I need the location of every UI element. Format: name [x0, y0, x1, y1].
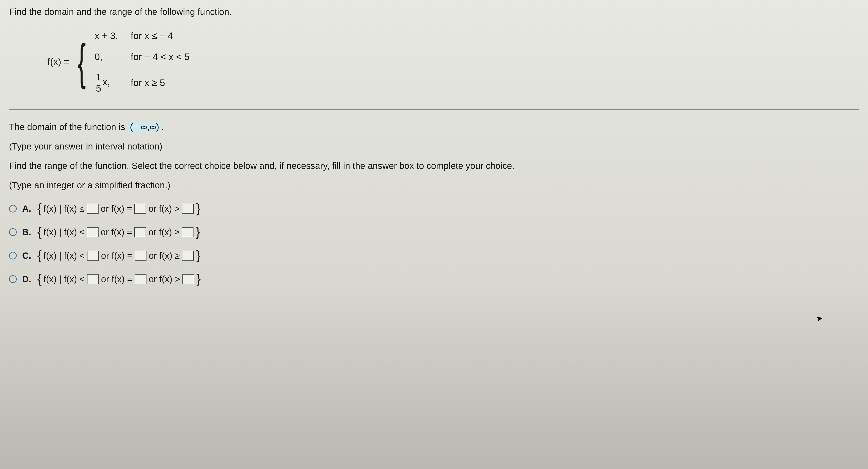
piece-1-expr: x + 3,	[94, 31, 131, 41]
fraction-icon: 1 5	[94, 72, 102, 93]
piece-2-expr: 0,	[94, 52, 131, 62]
choice-b-or2: or f(x) ≥	[148, 224, 180, 240]
choice-c-letter: C.	[22, 247, 32, 264]
choice-c-blank-2[interactable]	[135, 250, 147, 261]
open-brace-icon: {	[37, 204, 41, 212]
choice-b[interactable]: B. { f(x) | f(x) ≤ or f(x) = or f(x) ≥ }	[9, 224, 859, 240]
open-brace-icon: {	[37, 275, 41, 283]
mouse-cursor-icon: ➤	[815, 313, 824, 324]
hint-interval: (Type your answer in interval notation)	[9, 138, 859, 155]
choice-d-text: { f(x) | f(x) < or f(x) = or f(x) > }	[37, 271, 201, 287]
choice-d-or1: or f(x) =	[101, 271, 132, 287]
domain-suffix: .	[161, 122, 164, 132]
choice-a-or2: or f(x) >	[148, 201, 180, 217]
choice-a-blank-2[interactable]	[134, 204, 146, 213]
choice-a-text: { f(x) | f(x) ≤ or f(x) = or f(x) > }	[37, 201, 200, 217]
answer-section: The domain of the function is (− ∞,∞). (…	[9, 119, 859, 287]
choice-b-or1: or f(x) =	[101, 224, 132, 240]
choice-c-or2: or f(x) ≥	[149, 247, 180, 264]
piece-1: x + 3, for x ≤ − 4	[94, 31, 189, 41]
fraction-denominator: 5	[94, 83, 102, 93]
choice-d-blank-2[interactable]	[135, 274, 147, 284]
choice-b-text: { f(x) | f(x) ≤ or f(x) = or f(x) ≥ }	[37, 224, 200, 240]
choice-c-blank-3[interactable]	[182, 250, 194, 261]
choice-list: A. { f(x) | f(x) ≤ or f(x) = or f(x) > }…	[9, 201, 859, 287]
choice-b-blank-1[interactable]	[87, 227, 98, 237]
piecewise-brace: {	[78, 42, 86, 82]
choice-d-blank-3[interactable]	[182, 274, 194, 284]
open-brace-icon: {	[37, 251, 41, 259]
choice-c-blank-1[interactable]	[87, 250, 99, 261]
choice-d-blank-1[interactable]	[87, 274, 99, 284]
choice-c-text: { f(x) | f(x) < or f(x) = or f(x) ≥ }	[37, 247, 200, 264]
close-brace-icon: }	[196, 228, 200, 236]
domain-line: The domain of the function is (− ∞,∞).	[9, 119, 859, 135]
instruction-text: Find the domain and the range of the fol…	[9, 7, 859, 17]
domain-answer[interactable]: (− ∞,∞)	[128, 122, 161, 132]
hint-fraction: (Type an integer or a simplified fractio…	[9, 177, 859, 193]
choice-a-letter: A.	[22, 201, 32, 217]
piece-1-cond: for x ≤ − 4	[131, 31, 173, 41]
piecewise-list: x + 3, for x ≤ − 4 0, for − 4 < x < 5 1 …	[94, 31, 189, 93]
piece-3: 1 5 x, for x ≥ 5	[94, 72, 189, 93]
choice-b-blank-2[interactable]	[134, 227, 146, 237]
choice-b-blank-3[interactable]	[182, 227, 193, 237]
close-brace-icon: }	[196, 204, 200, 212]
choice-c[interactable]: C. { f(x) | f(x) < or f(x) = or f(x) ≥ }	[9, 247, 859, 264]
choice-a-blank-1[interactable]	[87, 204, 98, 213]
radio-b[interactable]	[9, 228, 17, 236]
piece-3-expr: 1 5 x,	[94, 72, 131, 93]
choice-c-p1: f(x) | f(x) <	[43, 247, 85, 264]
domain-prefix: The domain of the function is	[9, 122, 128, 132]
choice-c-or1: or f(x) =	[101, 247, 132, 264]
choice-d[interactable]: D. { f(x) | f(x) < or f(x) = or f(x) > }	[9, 271, 859, 287]
close-brace-icon: }	[196, 275, 201, 283]
choice-b-p1: f(x) | f(x) ≤	[43, 224, 84, 240]
choice-a-blank-3[interactable]	[182, 204, 194, 213]
fraction-numerator: 1	[94, 72, 102, 83]
choice-a[interactable]: A. { f(x) | f(x) ≤ or f(x) = or f(x) > }	[9, 201, 859, 217]
radio-d[interactable]	[9, 275, 17, 283]
choice-b-letter: B.	[22, 224, 32, 240]
function-definition: f(x) = { x + 3, for x ≤ − 4 0, for − 4 <…	[48, 31, 859, 93]
choice-a-p1: f(x) | f(x) ≤	[43, 201, 84, 217]
radio-a[interactable]	[9, 205, 17, 212]
function-label: f(x) =	[48, 57, 69, 67]
section-divider	[9, 109, 859, 110]
piece-2: 0, for − 4 < x < 5	[94, 52, 189, 62]
open-brace-icon: {	[37, 228, 41, 236]
piece-3-cond: for x ≥ 5	[131, 77, 165, 88]
radio-c[interactable]	[9, 252, 17, 260]
choice-d-p1: f(x) | f(x) <	[43, 271, 85, 287]
choice-d-letter: D.	[22, 271, 32, 287]
piece-3-tail: x,	[103, 77, 110, 88]
range-prompt: Find the range of the function. Select t…	[9, 158, 859, 174]
piece-2-cond: for − 4 < x < 5	[131, 52, 189, 62]
choice-d-or2: or f(x) >	[149, 271, 180, 287]
close-brace-icon: }	[196, 251, 200, 259]
choice-a-or1: or f(x) =	[101, 201, 132, 217]
